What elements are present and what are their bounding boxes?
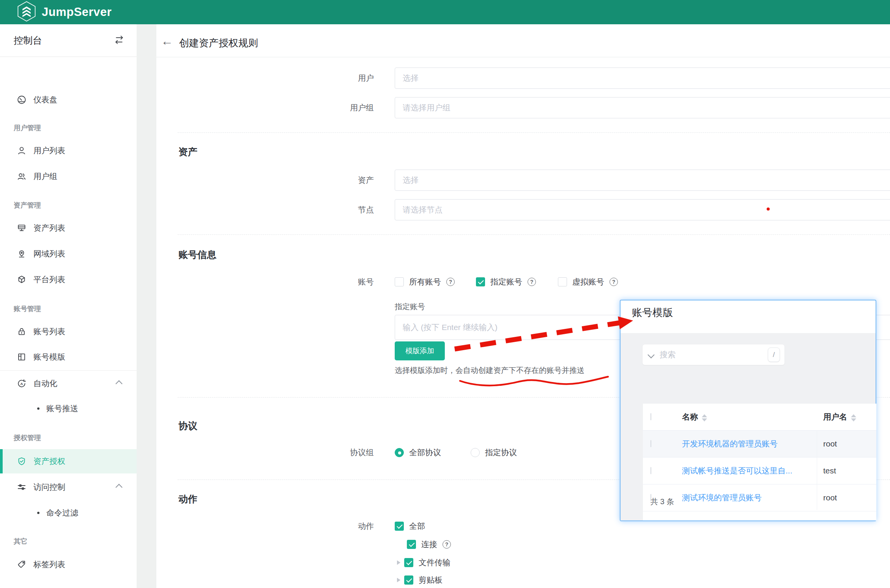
specified-accounts-checkbox[interactable]	[476, 277, 485, 286]
sidebar-item-label: 用户组	[33, 171, 57, 182]
sidebar-item-user-group[interactable]: 用户组	[0, 170, 137, 183]
column-separator	[817, 430, 817, 510]
specified-protocols-radio[interactable]	[471, 448, 480, 457]
popup-search-box[interactable]: 搜索 /	[643, 344, 784, 365]
expand-arrow-icon[interactable]	[397, 560, 400, 565]
table-row[interactable]: 测试帐号推送是否可以这里自... test	[643, 458, 876, 484]
all-protocols-option[interactable]: 全部协议	[395, 447, 441, 458]
virtual-accounts-checkbox[interactable]	[558, 277, 567, 286]
column-header-username[interactable]: 用户名	[823, 412, 856, 422]
action-all-option[interactable]: 全部	[395, 521, 425, 531]
expand-arrow-icon[interactable]	[397, 578, 400, 582]
sidebar-item-asset-permission[interactable]: 资产授权	[0, 449, 137, 473]
action-file-transfer-checkbox[interactable]	[404, 558, 413, 567]
node-select-placeholder: 请选择节点	[403, 204, 443, 215]
table-row[interactable]: 测试环境的管理员账号 root	[643, 484, 876, 511]
sidebar-item-dashboard[interactable]: 仪表盘	[0, 93, 137, 107]
sidebar-item-label: 命令过滤	[46, 508, 78, 518]
red-squiggle-underline	[460, 377, 608, 385]
page-title: 创建资产授权规则	[179, 36, 258, 50]
sidebar-item-account-list[interactable]: 账号列表	[0, 325, 137, 338]
brand-title: JumpServer	[42, 5, 112, 19]
asset-select-input[interactable]: 选择	[395, 170, 890, 191]
sidebar-item-user-list[interactable]: 用户列表	[0, 144, 137, 157]
protocol-section-title: 协议	[178, 420, 197, 432]
chevron-up-icon[interactable]	[115, 380, 122, 387]
slash-shortcut-badge: /	[768, 347, 780, 362]
cube-icon	[17, 275, 27, 285]
sort-icon[interactable]	[702, 414, 707, 421]
table-row[interactable]: 开发环境机器的管理员账号 root	[643, 431, 876, 458]
user-select-input[interactable]: 选择	[395, 68, 890, 89]
all-protocols-radio[interactable]	[395, 448, 404, 457]
header-divider	[156, 57, 890, 57]
asset-section-title: 资产	[178, 146, 197, 158]
table-total-count: 共 3 条	[651, 497, 674, 507]
action-connect-option[interactable]: 连接	[407, 539, 451, 550]
template-name-link[interactable]: 测试帐号推送是否可以这里自...	[682, 466, 792, 475]
sidebar-item-asset-list[interactable]: 资产列表	[0, 221, 137, 235]
users-icon	[17, 171, 27, 181]
action-clipboard-option[interactable]: 剪贴板	[397, 575, 443, 585]
sidebar-subitem-account-push[interactable]: 账号推送	[0, 402, 137, 415]
sidebar-item-label: 标签列表	[33, 559, 65, 570]
template-add-button[interactable]: 模版添加	[395, 341, 445, 360]
virtual-accounts-option[interactable]: 虚拟账号	[558, 277, 618, 287]
help-icon[interactable]	[446, 278, 455, 286]
chevron-down-icon[interactable]	[647, 351, 654, 358]
sidebar-item-label: 资产授权	[33, 456, 65, 467]
back-arrow-icon[interactable]: ←	[161, 35, 173, 47]
sidebar-item-domain-list[interactable]: 网域列表	[0, 247, 137, 261]
template-name-link[interactable]: 测试环境的管理员账号	[682, 493, 762, 502]
chevron-up-icon[interactable]	[115, 484, 122, 491]
all-accounts-checkbox[interactable]	[395, 277, 404, 286]
action-clipboard-checkbox[interactable]	[404, 575, 413, 585]
sidebar-item-access-control[interactable]: 访问控制	[0, 480, 137, 494]
sidebar-item-account-template[interactable]: 账号模版	[0, 350, 137, 364]
sidebar-item-automation[interactable]: A 自动化	[0, 377, 137, 390]
help-icon[interactable]	[528, 278, 536, 286]
tag-icon	[17, 560, 27, 569]
sidebar-section-other: 其它	[14, 536, 27, 547]
specified-protocols-option[interactable]: 指定协议	[471, 447, 517, 458]
server-icon	[17, 223, 27, 233]
help-icon[interactable]	[443, 540, 451, 549]
section-divider	[178, 132, 890, 133]
select-all-checkbox[interactable]	[651, 413, 651, 420]
account-template-popup: 账号模版 搜索 / 名称 用户名 开发环境机	[620, 300, 876, 521]
help-icon[interactable]	[610, 278, 618, 286]
topbar: JumpServer	[0, 0, 890, 24]
row-checkbox[interactable]	[651, 440, 651, 447]
sidebar-item-label: 访问控制	[33, 482, 65, 492]
sort-icon[interactable]	[851, 414, 856, 421]
layout-icon	[17, 352, 27, 362]
action-all-checkbox[interactable]	[395, 522, 404, 531]
swap-view-icon[interactable]	[114, 35, 124, 47]
sidebar-item-label: 账号列表	[33, 326, 65, 337]
node-select-input[interactable]: 请选择节点	[395, 199, 890, 220]
sidebar-item-label: 仪表盘	[33, 94, 57, 105]
sidebar-item-platform-list[interactable]: 平台列表	[0, 273, 137, 286]
specified-accounts-option[interactable]: 指定账号	[476, 277, 536, 287]
column-header-name[interactable]: 名称	[682, 412, 707, 422]
user-icon	[17, 146, 27, 156]
tag-input-placeholder: 输入 (按下 Enter 继续输入)	[403, 322, 498, 333]
jumpserver-logo-icon[interactable]	[17, 1, 36, 24]
asset-select-placeholder: 选择	[403, 175, 419, 186]
action-connect-checkbox[interactable]	[407, 540, 416, 549]
sidebar-item-label: 平台列表	[33, 274, 65, 285]
sidebar-item-tag-list[interactable]: 标签列表	[0, 558, 137, 571]
sidebar-subitem-command-filter[interactable]: 命令过滤	[0, 506, 137, 520]
popup-body: 搜索 / 名称 用户名 开发环境机器的管理员账号 root	[621, 333, 876, 520]
user-group-field-label: 用户组	[268, 102, 374, 113]
template-name-link[interactable]: 开发环境机器的管理员账号	[682, 439, 778, 448]
row-checkbox[interactable]	[651, 467, 651, 474]
content-gutter	[137, 24, 156, 588]
all-accounts-option[interactable]: 所有账号	[395, 277, 455, 287]
user-group-select-input[interactable]: 请选择用户组	[395, 97, 890, 118]
sidebar-item-label: 自动化	[33, 378, 57, 389]
action-file-transfer-option[interactable]: 文件传输	[397, 557, 451, 568]
shield-check-icon	[17, 456, 27, 466]
lock-icon	[17, 327, 27, 336]
sidebar-section-user-management: 用户管理	[14, 123, 41, 133]
